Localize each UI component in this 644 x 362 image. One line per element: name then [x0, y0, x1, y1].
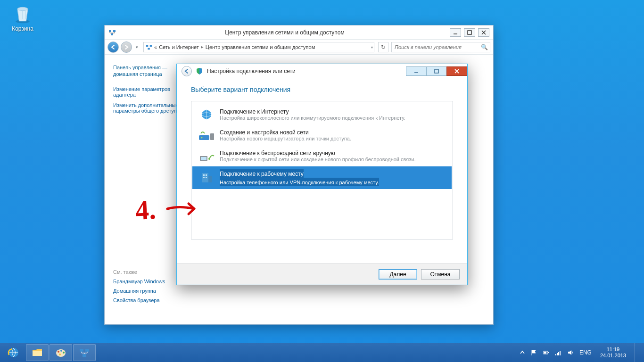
address-dropdown-icon[interactable]: ▾	[371, 45, 373, 49]
taskbar-paint-icon[interactable]	[50, 344, 72, 361]
nav-history-dropdown[interactable]: ▾	[134, 41, 140, 53]
wizard-minimize-button[interactable]	[406, 66, 427, 76]
refresh-button[interactable]: ↻	[378, 42, 388, 52]
svg-rect-11	[148, 48, 149, 49]
svg-line-7	[482, 31, 486, 34]
option-new-network[interactable]: Создание и настройка новой сетиНастройка…	[192, 125, 452, 146]
svg-point-23	[208, 158, 210, 160]
svg-point-33	[58, 351, 59, 353]
option-title: Подключение к Интернету	[220, 108, 405, 115]
svg-rect-46	[560, 351, 561, 355]
tray-clock[interactable]: 11:19 24.01.2013	[597, 346, 629, 359]
svg-point-1	[17, 7, 28, 10]
option-title: Подключение к беспроводной сети вручную	[220, 150, 415, 156]
wizard-title-text: Настройка подключения или сети	[207, 68, 406, 74]
svg-rect-19	[210, 133, 214, 140]
svg-rect-44	[557, 353, 558, 355]
svg-rect-24	[202, 173, 208, 182]
tray-network-icon[interactable]	[555, 349, 561, 356]
svg-rect-37	[80, 349, 83, 352]
svg-point-34	[60, 350, 62, 352]
svg-point-35	[63, 352, 65, 354]
system-tray: ENG 11:19 24.01.2013	[520, 343, 642, 362]
svg-point-20	[201, 137, 203, 139]
taskbar-controlpanel-icon[interactable]	[73, 344, 96, 361]
svg-rect-28	[203, 177, 205, 178]
tray-power-icon[interactable]	[543, 349, 549, 356]
svg-rect-6	[468, 31, 471, 34]
svg-rect-43	[555, 354, 556, 355]
svg-rect-2	[109, 30, 111, 32]
minimize-button[interactable]	[450, 28, 461, 37]
option-manual-wireless[interactable]: Подключение к беспроводной сети вручнуюП…	[192, 146, 452, 166]
svg-rect-38	[85, 349, 89, 352]
svg-rect-42	[544, 352, 546, 354]
svg-rect-41	[548, 352, 549, 353]
breadcrumb-item[interactable]: Центр управления сетями и общим доступом	[206, 44, 315, 50]
option-desc: Настройка широкополосного или коммутируе…	[220, 115, 405, 121]
svg-rect-45	[558, 352, 559, 355]
breadcrumb-prefix: «	[154, 44, 157, 50]
nav-back-button[interactable]	[107, 41, 119, 53]
tray-date: 24.01.2013	[600, 353, 626, 359]
maximize-button[interactable]	[464, 28, 475, 37]
svg-rect-13	[435, 69, 438, 73]
svg-rect-18	[199, 135, 209, 140]
close-button[interactable]	[478, 28, 489, 37]
svg-rect-3	[113, 30, 116, 32]
svg-line-8	[482, 31, 486, 34]
router-icon	[196, 128, 217, 143]
homegroup-link[interactable]: Домашняя группа	[113, 288, 192, 294]
cp-titlebar[interactable]: Центр управления сетями и общим доступом	[105, 25, 493, 40]
search-box[interactable]: 🔍	[391, 42, 490, 52]
svg-rect-9	[146, 45, 148, 47]
option-desc: Настройка нового маршрутизатора или точк…	[220, 136, 351, 141]
address-icon	[146, 44, 152, 50]
search-input[interactable]	[394, 44, 481, 50]
svg-rect-29	[206, 177, 207, 178]
taskbar: ENG 11:19 24.01.2013	[0, 343, 644, 362]
building-icon	[196, 170, 217, 185]
nav-forward-button[interactable]	[121, 41, 132, 53]
network-center-icon	[108, 29, 116, 36]
show-desktop-button[interactable]	[635, 343, 638, 362]
tray-show-hidden-icon[interactable]	[520, 350, 525, 355]
svg-rect-4	[111, 33, 113, 35]
cancel-button[interactable]: Отмена	[421, 269, 460, 280]
breadcrumb-separator: ▸	[201, 44, 204, 50]
taskbar-ie-icon[interactable]	[2, 344, 25, 361]
browser-props-link[interactable]: Свойства браузера	[113, 297, 192, 303]
svg-rect-10	[150, 45, 152, 47]
wizard-footer: Далее Отмена	[177, 263, 467, 285]
option-desc: Настройка телефонного или VPN-подключени…	[220, 180, 379, 185]
cp-title-text: Центр управления сетями и общим доступом	[120, 29, 450, 36]
address-bar[interactable]: « Сеть и Интернет ▸ Центр управления сет…	[143, 42, 374, 52]
taskbar-explorer-icon[interactable]	[26, 344, 49, 361]
option-title: Подключение к рабочему месту	[220, 171, 304, 177]
tray-flag-icon[interactable]	[530, 349, 537, 356]
recycle-bin-label: Корзина	[6, 25, 40, 32]
svg-rect-25	[208, 176, 212, 182]
tray-volume-icon[interactable]	[567, 349, 574, 356]
tray-language[interactable]: ENG	[579, 349, 592, 356]
svg-point-36	[59, 354, 61, 355]
option-desc: Подключение к скрытой сети или создание …	[220, 156, 415, 162]
option-workplace[interactable]: Подключение к рабочему местуНастройка те…	[192, 166, 452, 189]
search-icon[interactable]: 🔍	[481, 44, 488, 50]
wizard-titlebar[interactable]: Настройка подключения или сети	[177, 64, 467, 78]
option-internet[interactable]: Подключение к ИнтернетуНастройка широкоп…	[192, 104, 452, 125]
svg-rect-39	[83, 354, 86, 357]
desktop: Корзина Центр управления сетями и общим …	[0, 0, 644, 343]
recycle-bin-icon[interactable]: Корзина	[6, 4, 40, 32]
connection-wizard-dialog: Настройка подключения или сети Выберите …	[176, 64, 468, 285]
tray-time: 11:19	[600, 346, 626, 353]
svg-rect-26	[203, 174, 205, 176]
cp-navbar: ▾ « Сеть и Интернет ▸ Центр управления с…	[105, 40, 493, 55]
wizard-close-button[interactable]	[446, 66, 467, 76]
wizard-back-button[interactable]	[182, 66, 192, 76]
breadcrumb-item[interactable]: Сеть и Интернет	[159, 44, 199, 50]
wizard-maximize-button[interactable]	[426, 66, 447, 76]
next-button[interactable]: Далее	[379, 269, 417, 280]
globe-icon	[196, 107, 217, 122]
svg-rect-27	[206, 174, 207, 176]
